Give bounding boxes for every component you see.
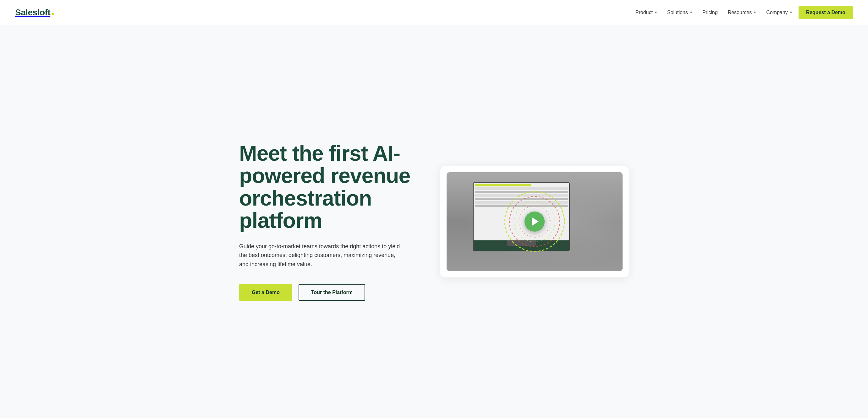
monitor-simulation	[473, 182, 570, 251]
play-button[interactable]	[525, 211, 545, 232]
nav-link-product[interactable]: Product	[632, 7, 661, 18]
chevron-down-icon	[690, 11, 692, 13]
nav-cta-button[interactable]: Request a Demo	[799, 6, 853, 19]
hero-visual	[440, 166, 629, 277]
chevron-down-icon	[790, 11, 792, 13]
logo-link[interactable]: Salesloft	[15, 7, 54, 18]
main-nav: Salesloft Product Solutions Pricing Reso…	[0, 0, 868, 25]
screen-row	[475, 194, 568, 197]
nav-item-resources: Resources	[724, 7, 760, 18]
screen-row	[475, 191, 568, 193]
tour-platform-button[interactable]: Tour the Platform	[299, 284, 365, 301]
play-icon	[532, 217, 539, 226]
hero-buttons: Get a Demo Tour the Platform	[239, 284, 422, 301]
nav-link-company[interactable]: Company	[763, 7, 796, 18]
nav-item-product: Product	[632, 7, 661, 18]
video-container	[446, 172, 623, 271]
screen-row	[475, 198, 568, 200]
chevron-down-icon	[655, 11, 657, 13]
logo-dot	[52, 13, 54, 15]
nav-link-solutions[interactable]: Solutions	[663, 7, 696, 18]
screen-row	[475, 187, 568, 190]
screen-row	[475, 201, 568, 204]
monitor-screen	[474, 183, 569, 240]
hero-subtitle: Guide your go-to-market teams towards th…	[239, 242, 403, 269]
screen-row	[475, 205, 568, 207]
nav-item-company: Company	[763, 7, 796, 18]
hero-title: Meet the first AI-powered revenue orches…	[239, 142, 422, 232]
nav-link-resources[interactable]: Resources	[724, 7, 760, 18]
chevron-down-icon	[754, 11, 756, 13]
hero-content: Meet the first AI-powered revenue orches…	[239, 142, 422, 301]
logo-text: Salesloft	[15, 7, 50, 18]
nav-item-solutions: Solutions	[663, 7, 696, 18]
nav-item-cta: Request a Demo	[799, 6, 853, 19]
get-demo-button[interactable]: Get a Demo	[239, 284, 292, 301]
nav-item-pricing: Pricing	[699, 7, 721, 18]
nav-links: Product Solutions Pricing Resources Comp…	[632, 6, 853, 19]
monitor-base	[507, 240, 535, 246]
screen-row	[475, 184, 531, 186]
video-card	[440, 166, 629, 277]
nav-link-pricing[interactable]: Pricing	[699, 7, 721, 18]
hero-section: Meet the first AI-powered revenue orches…	[214, 25, 654, 418]
